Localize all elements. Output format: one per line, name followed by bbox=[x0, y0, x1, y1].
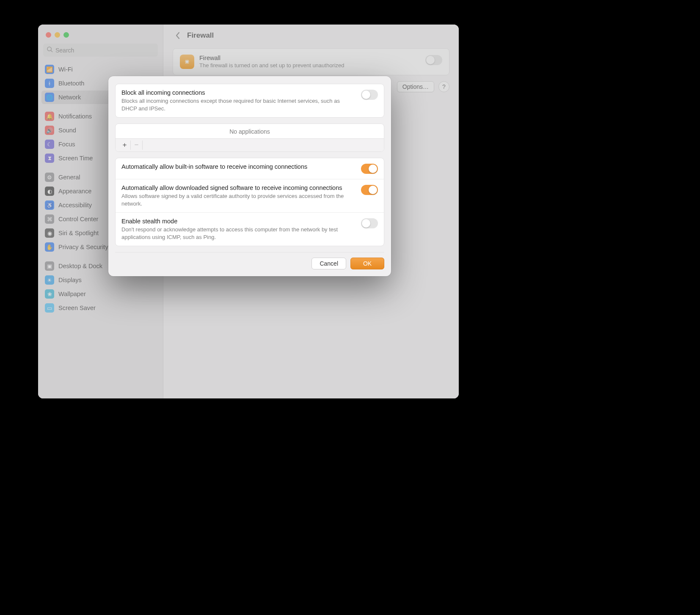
firewall-toggle[interactable] bbox=[425, 55, 442, 65]
bell-icon: 🔔 bbox=[45, 112, 54, 121]
search-field[interactable] bbox=[43, 44, 158, 57]
firewall-label: Firewall bbox=[199, 55, 420, 61]
ok-button[interactable]: OK bbox=[350, 258, 384, 269]
screensaver-icon: ▭ bbox=[45, 303, 54, 313]
applications-list: No applications + − bbox=[115, 124, 384, 152]
gear-icon: ⚙ bbox=[45, 173, 54, 182]
sidebar-item-label: Control Center bbox=[58, 216, 98, 222]
add-application-button[interactable]: + bbox=[119, 140, 131, 150]
back-button[interactable] bbox=[173, 30, 183, 41]
page-title: Firewall bbox=[187, 31, 214, 40]
block-all-row: Block all incoming connections Blocks al… bbox=[116, 84, 384, 117]
block-all-toggle[interactable] bbox=[361, 90, 378, 100]
allow-builtin-toggle[interactable] bbox=[361, 164, 378, 174]
allow-signed-toggle[interactable] bbox=[361, 185, 378, 195]
help-button[interactable]: ? bbox=[438, 81, 449, 92]
sidebar-item-label: Notifications bbox=[58, 113, 92, 120]
allow-signed-title: Automatically allow downloaded signed so… bbox=[121, 184, 356, 191]
zoom-window-button[interactable] bbox=[63, 32, 69, 38]
sidebar-item-label: Focus bbox=[58, 141, 75, 148]
bluetooth-icon: ᚼ bbox=[45, 79, 54, 88]
sidebar-item-label: Privacy & Security bbox=[58, 244, 108, 250]
wifi-icon: 📶 bbox=[45, 65, 54, 74]
appearance-icon: ◐ bbox=[45, 187, 54, 196]
accessibility-icon: ♿ bbox=[45, 200, 54, 210]
sidebar-item-label: Network bbox=[58, 94, 81, 101]
firewall-summary-row: Firewall The firewall is turned on and s… bbox=[173, 48, 449, 75]
allow-builtin-row: Automatically allow built-in software to… bbox=[116, 158, 384, 179]
search-icon bbox=[47, 46, 53, 54]
remove-application-button[interactable]: − bbox=[131, 140, 143, 150]
sidebar-item-label: Bluetooth bbox=[58, 80, 84, 87]
stealth-toggle[interactable] bbox=[361, 218, 378, 228]
firewall-icon bbox=[180, 55, 194, 69]
svg-point-0 bbox=[47, 47, 51, 51]
allow-builtin-title: Automatically allow built-in software to… bbox=[121, 163, 356, 170]
options-button[interactable]: Options… bbox=[397, 81, 434, 92]
sidebar-item-label: Wi-Fi bbox=[58, 66, 73, 73]
sidebar-item-label: Wallpaper bbox=[58, 291, 86, 297]
sidebar-item-wallpaper[interactable]: ❀Wallpaper bbox=[41, 287, 160, 301]
desktop-icon: ▣ bbox=[45, 261, 54, 271]
sound-icon: 🔊 bbox=[45, 126, 54, 135]
hand-icon: ✋ bbox=[45, 242, 54, 252]
wallpaper-icon: ❀ bbox=[45, 289, 54, 299]
stealth-title: Enable stealth mode bbox=[121, 218, 356, 225]
siri-icon: ◉ bbox=[45, 228, 54, 238]
close-window-button[interactable] bbox=[46, 32, 51, 38]
sidebar-item-screen-saver[interactable]: ▭Screen Saver bbox=[41, 301, 160, 315]
sidebar-item-label: Screen Saver bbox=[58, 305, 96, 311]
minimize-window-button[interactable] bbox=[55, 32, 60, 38]
network-icon: 🌐 bbox=[45, 93, 54, 102]
traffic-lights bbox=[38, 30, 163, 44]
sidebar-item-label: Desktop & Dock bbox=[58, 263, 102, 269]
firewall-options-sheet: Block all incoming connections Blocks al… bbox=[108, 76, 391, 276]
sidebar-item-label: Screen Time bbox=[58, 155, 93, 162]
search-input[interactable] bbox=[55, 47, 154, 54]
sidebar-item-label: General bbox=[58, 174, 80, 181]
applications-empty-label: No applications bbox=[116, 124, 384, 138]
sidebar-item-label: Displays bbox=[58, 277, 82, 283]
sidebar-item-label: Accessibility bbox=[58, 202, 92, 209]
firewall-desc: The firewall is turned on and set up to … bbox=[199, 62, 420, 69]
sidebar-item-wi-fi[interactable]: 📶Wi-Fi bbox=[41, 63, 160, 76]
sidebar-item-label: Siri & Spotlight bbox=[58, 230, 99, 236]
allow-signed-desc: Allows software signed by a valid certif… bbox=[121, 192, 356, 207]
applications-toolbar: + − bbox=[116, 138, 384, 151]
sidebar-item-label: Sound bbox=[58, 127, 76, 134]
sidebar-item-label: Appearance bbox=[58, 188, 91, 195]
cancel-button[interactable]: Cancel bbox=[311, 258, 346, 269]
displays-icon: ☀ bbox=[45, 275, 54, 285]
hourglass-icon: ⧗ bbox=[45, 154, 54, 163]
svg-line-1 bbox=[51, 50, 52, 52]
moon-icon: ☾ bbox=[45, 140, 54, 149]
stealth-row: Enable stealth mode Don't respond or ack… bbox=[116, 212, 384, 246]
block-all-desc: Blocks all incoming connections except t… bbox=[121, 97, 356, 112]
block-all-title: Block all incoming connections bbox=[121, 89, 356, 96]
stealth-desc: Don't respond or acknowledge attempts to… bbox=[121, 226, 356, 241]
control-center-icon: ⌘ bbox=[45, 214, 54, 224]
allow-signed-row: Automatically allow downloaded signed so… bbox=[116, 179, 384, 212]
